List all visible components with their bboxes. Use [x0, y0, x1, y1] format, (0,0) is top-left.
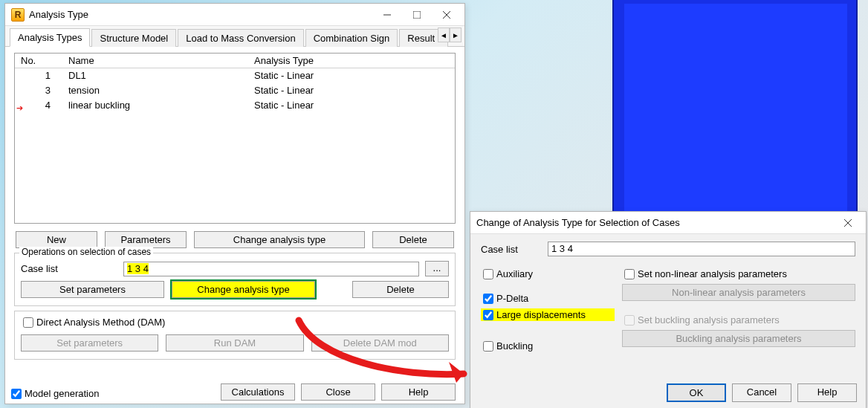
help-button[interactable]: Help: [381, 383, 456, 401]
large-displacements-checkbox[interactable]: [483, 310, 493, 320]
case-list-label: Case list: [481, 244, 548, 255]
large-displacements-checkbox-item[interactable]: Large displacements: [483, 309, 586, 320]
case-list-label: Case list: [21, 263, 117, 274]
buckling-checkbox[interactable]: [483, 341, 493, 352]
dam-set-parameters-button: Set parameters: [21, 334, 158, 352]
col-header-no[interactable]: No.: [15, 55, 68, 66]
tab-strip: Analysis Types Structure Model Load to M…: [5, 26, 464, 47]
ok-button[interactable]: OK: [667, 383, 726, 402]
change-analysis-type-dialog: Change of Analysis Type for Selection of…: [470, 211, 867, 408]
titlebar[interactable]: Change of Analysis Type for Selection of…: [470, 212, 866, 234]
cell-no-value: 4: [45, 100, 51, 111]
pdelta-label: P-Delta: [496, 293, 528, 304]
calculations-button[interactable]: Calculations: [221, 383, 295, 401]
col-header-type[interactable]: Analysis Type: [254, 55, 455, 66]
cell-type: Static - Linear: [254, 98, 455, 113]
tab-scroll-right[interactable]: ►: [450, 27, 461, 42]
window-title: Analysis Type: [29, 9, 372, 20]
table-row[interactable]: 3 tension Static - Linear: [15, 83, 455, 98]
large-displacements-highlight: Large displacements: [481, 308, 615, 321]
help-button[interactable]: Help: [797, 383, 857, 402]
left-checkbox-column: Auxiliary P-Delta Large displacements Bu…: [481, 268, 615, 352]
right-params-column: Set non-linear analysis parameters Non-l…: [622, 268, 855, 352]
set-buckling-checkbox-item: Set buckling analysis parameters: [622, 314, 855, 326]
dam-checkbox-item[interactable]: Direct Analysis Method (DAM): [21, 316, 167, 328]
dialog-buttons: OK Cancel Help: [667, 383, 857, 402]
case-list-input[interactable]: 1 3 4: [123, 262, 419, 276]
tab-structure-model[interactable]: Structure Model: [91, 29, 176, 47]
delete-button[interactable]: Delete: [372, 231, 454, 248]
cell-name: DL1: [68, 68, 254, 83]
pdelta-checkbox[interactable]: [483, 294, 493, 304]
change-analysis-type-button[interactable]: Change analysis type: [194, 231, 365, 248]
cell-name: linear buckling: [68, 98, 254, 113]
model-generation-item[interactable]: Model generation: [11, 388, 99, 399]
new-button[interactable]: New: [16, 231, 97, 248]
dam-delete-button: Delete DAM mod: [311, 334, 449, 352]
auxiliary-checkbox-item[interactable]: Auxiliary: [481, 268, 615, 279]
case-list-input[interactable]: 1 3 4: [548, 242, 855, 256]
dialog-body: Case list 1 3 4 Auxiliary P-Delta Large …: [470, 234, 866, 359]
model-generation-label: Model generation: [25, 388, 99, 399]
auxiliary-checkbox[interactable]: [483, 269, 493, 279]
case-list-value: 1 3 4: [551, 243, 573, 254]
tab-scroll: ◄ ►: [438, 27, 461, 42]
ops-set-parameters-button[interactable]: Set parameters: [21, 281, 164, 298]
maximize-button[interactable]: [402, 4, 432, 25]
tab-analysis-types[interactable]: Analysis Types: [10, 28, 90, 47]
model-3d-element-face: [624, 4, 847, 227]
operations-group-label: Operations on selection of cases: [19, 247, 153, 257]
set-buckling-label: Set buckling analysis parameters: [638, 314, 780, 326]
ops-delete-button[interactable]: Delete: [352, 281, 449, 298]
set-nonlinear-label: Set non-linear analysis parameters: [638, 268, 787, 279]
close-button[interactable]: [833, 213, 863, 233]
ops-change-analysis-type-button[interactable]: Change analysis type: [172, 281, 315, 298]
table-row[interactable]: ➔4 linear buckling Static - Linear: [15, 98, 455, 113]
operations-group: Operations on selection of cases Case li…: [14, 253, 456, 306]
titlebar[interactable]: R Analysis Type: [5, 4, 464, 26]
close-button[interactable]: [432, 4, 461, 25]
cell-no: ➔4: [15, 98, 68, 113]
pdelta-checkbox-item[interactable]: P-Delta: [481, 293, 615, 304]
dam-group: Direct Analysis Method (DAM) Set paramet…: [14, 311, 456, 360]
cell-type: Static - Linear: [254, 68, 455, 83]
dam-checkbox-label: Direct Analysis Method (DAM): [36, 317, 165, 328]
parameters-button[interactable]: Parameters: [105, 231, 187, 248]
tab-scroll-left[interactable]: ◄: [438, 27, 450, 42]
cell-name: tension: [68, 83, 254, 98]
set-nonlinear-checkbox-item[interactable]: Set non-linear analysis parameters: [622, 268, 855, 279]
bottom-buttons: Calculations Close Help: [221, 383, 456, 401]
buckling-checkbox-item[interactable]: Buckling: [481, 340, 615, 352]
tab-load-to-mass[interactable]: Load to Mass Conversion: [178, 29, 303, 47]
case-list-header: No. Name Analysis Type: [15, 54, 455, 68]
large-displacements-label: Large displacements: [496, 309, 586, 320]
buckling-params-button: Buckling analysis parameters: [622, 330, 855, 347]
nonlinear-params-button: Non-linear analysis parameters: [622, 284, 855, 301]
minimize-button[interactable]: [372, 4, 402, 25]
cancel-button[interactable]: Cancel: [732, 383, 791, 402]
close-button[interactable]: Close: [301, 383, 375, 401]
col-header-name[interactable]: Name: [68, 55, 254, 66]
table-row[interactable]: 1 DL1 Static - Linear: [15, 68, 455, 83]
case-list-value: 1 3 4: [127, 263, 149, 274]
current-row-marker-icon: ➔: [16, 100, 23, 115]
cell-type: Static - Linear: [254, 83, 455, 98]
auxiliary-label: Auxiliary: [496, 268, 533, 279]
set-buckling-checkbox: [624, 315, 635, 326]
dam-run-button: Run DAM: [166, 334, 303, 352]
dam-checkbox[interactable]: [23, 317, 33, 328]
svg-rect-1: [413, 11, 421, 19]
cell-no: 3: [15, 83, 68, 98]
tab-combination-sign[interactable]: Combination Sign: [305, 29, 398, 47]
case-list-panel[interactable]: No. Name Analysis Type 1 DL1 Static - Li…: [14, 53, 456, 224]
case-list-browse-button[interactable]: ...: [425, 261, 449, 276]
buckling-label: Buckling: [496, 340, 533, 352]
model-generation-checkbox[interactable]: [11, 389, 22, 399]
set-nonlinear-checkbox[interactable]: [624, 269, 635, 279]
window-title: Change of Analysis Type for Selection of…: [476, 217, 833, 228]
cell-no: 1: [15, 68, 68, 83]
app-icon: R: [11, 8, 25, 22]
analysis-type-dialog: R Analysis Type Analysis Types Structure…: [4, 3, 465, 404]
